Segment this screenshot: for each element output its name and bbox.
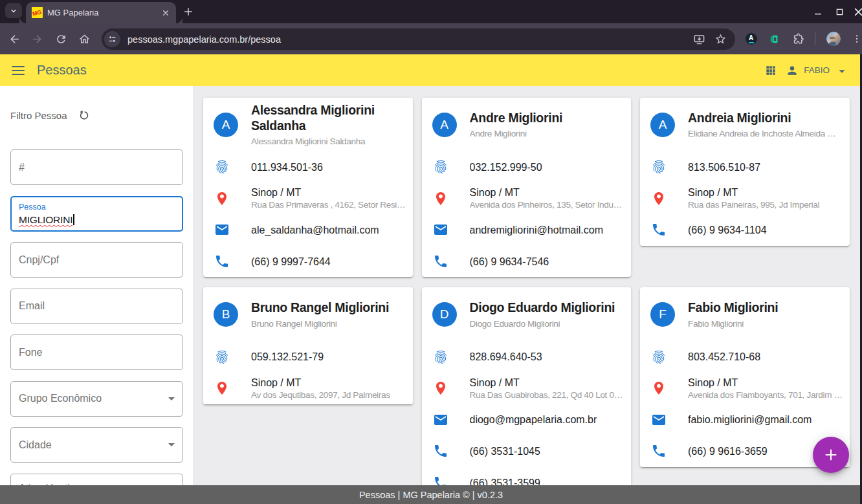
status-bar: Pessoas | MG Papelaria © | v0.2.3 xyxy=(0,485,862,504)
chevron-down-icon xyxy=(10,7,17,15)
avatar: D xyxy=(432,302,457,327)
card-header: AAndre MiglioriniAndre Migliorini xyxy=(422,98,632,151)
card-row-email: fabio.migliorini@gmail.com xyxy=(640,404,850,436)
avatar: A xyxy=(432,113,457,137)
maximize-button[interactable] xyxy=(830,0,849,23)
extensions-puzzle-icon[interactable] xyxy=(792,33,804,45)
filter-field-fone[interactable]: Fone xyxy=(10,334,183,370)
phone-icon xyxy=(433,254,448,269)
user-icon[interactable] xyxy=(786,64,799,77)
new-tab-button[interactable] xyxy=(182,6,194,17)
row-value: Sinop / MT xyxy=(470,186,625,199)
filter-sidebar: Filtro Pessoa #PessoaMIGLIORINICnpj/CpfE… xyxy=(0,86,194,504)
field-label: Cnpj/Cpf xyxy=(19,254,175,266)
person-card[interactable]: DDiogo Eduardo MiglioriniDiogo Eduardo M… xyxy=(422,287,632,498)
cards-area: AAlessandra Migliorini SaldanhaAlessandr… xyxy=(194,86,862,504)
url-text[interactable]: pessoas.mgpapelaria.com.br/pessoa xyxy=(127,34,693,45)
fingerprint-icon xyxy=(214,349,230,365)
dropdown-arrow-icon xyxy=(168,443,175,446)
user-menu-caret-icon[interactable] xyxy=(835,64,849,78)
filter-field-grupo-econ-mico[interactable]: Grupo Econômico xyxy=(10,381,183,417)
person-name: Alessandra Migliorini Saldanha xyxy=(251,103,403,133)
close-window-button[interactable] xyxy=(849,0,862,23)
page-title: Pessoas xyxy=(37,63,87,78)
page-body: Filtro Pessoa #PessoaMIGLIORINICnpj/CpfE… xyxy=(0,86,862,504)
card-row-place: Sinop / MTRua das Paineiras, 995, Jd Imp… xyxy=(640,183,850,215)
row-subvalue: Avenida dos Pinheiros, 135, Setor Indus… xyxy=(470,199,625,210)
location-pin-icon xyxy=(651,380,667,396)
card-header: FFabio MiglioriniFabio Migliorini xyxy=(640,287,850,341)
card-row-email: ale_saldanha@hotmail.com xyxy=(203,214,413,246)
field-label: Email xyxy=(19,300,175,312)
forward-icon[interactable] xyxy=(31,33,43,45)
card-row-fingerprint: 813.506.510-87 xyxy=(640,151,850,183)
phone-icon xyxy=(214,254,230,269)
filter-field-email[interactable]: Email xyxy=(10,289,183,324)
tab-search-button[interactable] xyxy=(5,3,22,18)
card-row-phone: (66) 3531-1045 xyxy=(422,435,632,467)
filter-field-pessoa[interactable]: PessoaMIGLIORINI xyxy=(10,196,183,232)
row-value: 059.132.521-79 xyxy=(251,351,324,363)
site-favicon: MG xyxy=(32,7,43,18)
site-settings-icon[interactable] xyxy=(104,31,120,47)
filter-field-cnpj-cpf[interactable]: Cnpj/Cpf xyxy=(10,242,183,278)
row-subvalue: Rua Das Primaveras , 4162, Setor Resid… xyxy=(251,199,406,210)
row-value: (66) 3531-1045 xyxy=(470,445,540,457)
bookmark-star-icon[interactable] xyxy=(714,33,727,45)
apps-grid-icon[interactable] xyxy=(764,64,777,77)
card-row-place: Sinop / MTAvenida dos Flamboyants, 701, … xyxy=(640,373,850,404)
card-row-fingerprint: 828.694.640-53 xyxy=(422,341,632,373)
browser-tab-strip: MG MG Papelaria xyxy=(0,0,862,23)
avatar: B xyxy=(214,302,238,327)
person-subtitle: Elidiane Andreia de Inchoste Almeida … xyxy=(688,129,836,138)
row-value: Sinop / MT xyxy=(688,377,843,389)
profile-avatar[interactable] xyxy=(826,32,841,46)
row-value: (66) 9 9997-7644 xyxy=(251,256,331,268)
home-icon[interactable] xyxy=(78,33,91,45)
browser-menu-icon[interactable] xyxy=(852,34,862,44)
row-value: Sinop / MT xyxy=(251,186,406,199)
person-name: Diogo Eduardo Migliorini xyxy=(470,300,615,316)
reload-icon[interactable] xyxy=(55,33,67,45)
person-card[interactable]: AAndre MiglioriniAndre Migliorini032.152… xyxy=(422,98,632,277)
person-card[interactable]: BBruno Rangel MiglioriniBruno Rangel Mig… xyxy=(203,287,413,404)
add-person-fab[interactable] xyxy=(813,437,849,473)
phone-icon xyxy=(651,222,667,237)
install-app-icon[interactable] xyxy=(693,33,705,45)
row-subvalue: Avenida dos Flamboyants, 701, Jardim … xyxy=(688,389,843,400)
browser-toolbar: pessoas.mgpapelaria.com.br/pessoa A xyxy=(0,23,862,54)
filter-field-[interactable]: # xyxy=(10,149,183,185)
fingerprint-icon xyxy=(433,159,448,175)
address-bar[interactable]: pessoas.mgpapelaria.com.br/pessoa xyxy=(102,28,735,50)
avatar: A xyxy=(650,113,675,137)
minimize-button[interactable] xyxy=(808,0,828,23)
avatar: A xyxy=(214,113,238,137)
card-row-phone: (66) 9 9634-7546 xyxy=(422,246,632,278)
reset-filter-icon[interactable] xyxy=(78,109,89,121)
fingerprint-icon xyxy=(651,349,667,365)
extension-green-icon[interactable] xyxy=(769,34,780,45)
person-subtitle: Diogo Eduardo Migliorini xyxy=(470,319,615,329)
location-pin-icon xyxy=(214,191,230,206)
status-bar-text: Pessoas | MG Papelaria © | v0.2.3 xyxy=(359,490,503,500)
extension-authenticator-icon[interactable]: A xyxy=(746,33,757,45)
row-value: 813.506.510-87 xyxy=(688,161,760,173)
browser-window: MG MG Papelaria xyxy=(0,0,862,504)
filter-field-cidade[interactable]: Cidade xyxy=(10,427,183,463)
filter-header: Filtro Pessoa xyxy=(10,107,183,123)
tab-close-icon[interactable] xyxy=(160,8,171,18)
person-card[interactable]: FFabio MiglioriniFabio Migliorini803.452… xyxy=(640,287,850,466)
menu-icon[interactable] xyxy=(12,66,25,75)
person-card[interactable]: AAndreia MiglioriniElidiane Andreia de I… xyxy=(640,98,850,246)
row-value: 803.452.710-68 xyxy=(688,351,760,363)
person-subtitle: Alessandra Migliorini Saldanha xyxy=(251,137,403,146)
filter-title: Filtro Pessoa xyxy=(10,110,67,121)
person-card[interactable]: AAlessandra Migliorini SaldanhaAlessandr… xyxy=(203,98,413,277)
browser-tab[interactable]: MG MG Papelaria xyxy=(26,2,176,23)
card-row-fingerprint: 803.452.710-68 xyxy=(640,341,850,373)
card-row-email: diogo@mgpapelaria.com.br xyxy=(422,404,632,436)
back-icon[interactable] xyxy=(8,33,21,45)
person-subtitle: Bruno Rangel Migliorini xyxy=(251,319,389,329)
email-icon xyxy=(433,222,448,237)
user-name[interactable]: FABIO xyxy=(804,65,830,75)
